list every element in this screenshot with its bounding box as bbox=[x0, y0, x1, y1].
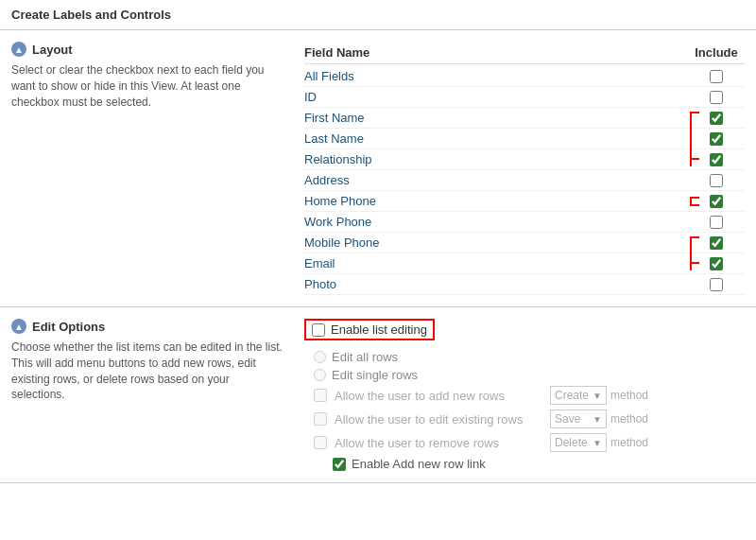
check-first-name bbox=[688, 112, 745, 125]
field-label-address: Address bbox=[304, 173, 350, 187]
layout-collapse-icon[interactable]: ▲ bbox=[11, 42, 26, 57]
check-id bbox=[688, 91, 745, 104]
remove-method-text: method bbox=[610, 436, 648, 449]
include-header: Include bbox=[688, 45, 745, 60]
field-row-id: ID bbox=[304, 87, 745, 108]
radio-edit-all-rows: Edit all rows bbox=[304, 350, 745, 364]
field-row-last-name: Last Name bbox=[304, 129, 745, 149]
checkbox-email[interactable] bbox=[710, 257, 723, 270]
checkbox-mobile-phone[interactable] bbox=[710, 236, 723, 250]
field-label-photo: Photo bbox=[304, 277, 336, 291]
layout-fields: Field Name Include All Fields ID First N… bbox=[304, 42, 745, 295]
radio-edit-single-rows: Edit single rows bbox=[304, 368, 745, 382]
edit-options-section: ▲ Edit Options Choose whether the list i… bbox=[0, 307, 756, 483]
edit-title: Edit Options bbox=[32, 320, 105, 334]
field-label-home-phone: Home Phone bbox=[304, 194, 376, 208]
edit-desc: Choose whether the list items can be edi… bbox=[11, 340, 285, 403]
check-work-phone bbox=[688, 216, 745, 229]
checkbox-remove-rows[interactable] bbox=[314, 436, 327, 449]
radio-all-rows-label: Edit all rows bbox=[332, 350, 398, 364]
radio-all-rows[interactable] bbox=[314, 351, 326, 363]
layout-section: ▲ Layout Select or clear the checkbox ne… bbox=[0, 30, 756, 307]
add-method-dropdown[interactable]: Create ▼ bbox=[550, 386, 607, 405]
check-photo bbox=[688, 278, 745, 291]
edit-method-text: method bbox=[610, 412, 648, 426]
field-row-email: Email bbox=[304, 253, 745, 274]
check-mobile-phone bbox=[688, 236, 745, 250]
add-method-text: method bbox=[610, 389, 648, 402]
enable-add-link-label: Enable Add new row link bbox=[352, 457, 486, 471]
checkbox-work-phone[interactable] bbox=[710, 216, 723, 229]
remove-rows-label: Allow the user to remove rows bbox=[335, 436, 542, 450]
enable-editing-checkbox[interactable] bbox=[312, 323, 325, 337]
field-label-first-name: First Name bbox=[304, 111, 365, 125]
check-last-name bbox=[688, 132, 745, 146]
edit-method-dropdown[interactable]: Save ▼ bbox=[550, 409, 607, 428]
checkbox-first-name[interactable] bbox=[710, 112, 723, 125]
radio-single-rows[interactable] bbox=[314, 369, 326, 381]
fields-header: Field Name Include bbox=[304, 42, 745, 64]
field-row-mobile-phone: Mobile Phone bbox=[304, 233, 745, 253]
field-label-mobile-phone: Mobile Phone bbox=[304, 235, 380, 250]
option-add-new-rows: Allow the user to add new rows Create ▼ … bbox=[304, 386, 745, 405]
enable-editing-wrapper: Enable list editing bbox=[304, 319, 745, 340]
field-label-id: ID bbox=[304, 90, 317, 104]
add-method-select: Create ▼ method bbox=[550, 386, 648, 405]
field-row-address: Address bbox=[304, 170, 745, 191]
layout-title-row: ▲ Layout bbox=[11, 42, 285, 57]
edit-title-row: ▲ Edit Options bbox=[11, 319, 285, 334]
field-label-last-name: Last Name bbox=[304, 131, 364, 146]
field-row-relationship: Relationship bbox=[304, 149, 745, 170]
option-remove-rows: Allow the user to remove rows Delete ▼ m… bbox=[304, 433, 745, 452]
checkbox-photo[interactable] bbox=[710, 278, 723, 291]
field-row-all-fields: All Fields bbox=[304, 66, 745, 87]
panel-header: Create Labels and Controls bbox=[0, 0, 756, 30]
edit-options-content: Enable list editing Edit all rows Edit s… bbox=[304, 319, 745, 471]
remove-method-arrow: ▼ bbox=[593, 438, 602, 448]
check-home-phone bbox=[688, 195, 745, 208]
add-method-arrow: ▼ bbox=[593, 391, 602, 401]
radio-single-rows-label: Edit single rows bbox=[332, 368, 418, 382]
checkbox-address[interactable] bbox=[710, 174, 723, 187]
checkbox-enable-add-link[interactable] bbox=[333, 458, 346, 471]
checkbox-add-new-rows[interactable] bbox=[314, 389, 327, 402]
checkbox-relationship[interactable] bbox=[710, 153, 723, 166]
option-edit-existing-rows: Allow the user to edit existing rows Sav… bbox=[304, 409, 745, 428]
check-all-fields bbox=[688, 70, 745, 83]
check-email bbox=[688, 257, 745, 270]
layout-desc: Select or clear the checkbox next to eac… bbox=[11, 62, 285, 110]
enable-editing-label: Enable list editing bbox=[331, 322, 427, 337]
remove-method-select: Delete ▼ method bbox=[550, 433, 648, 452]
checkbox-all-fields[interactable] bbox=[710, 70, 723, 83]
field-label-work-phone: Work Phone bbox=[304, 215, 371, 229]
edit-collapse-icon[interactable]: ▲ bbox=[11, 319, 26, 334]
field-name-header: Field Name bbox=[304, 45, 369, 60]
panel-title: Create Labels and Controls bbox=[11, 8, 171, 22]
field-row-photo: Photo bbox=[304, 274, 745, 295]
field-label-relationship: Relationship bbox=[304, 152, 372, 166]
edit-method-arrow: ▼ bbox=[593, 414, 602, 425]
layout-title: Layout bbox=[32, 43, 73, 57]
field-label-all-fields: All Fields bbox=[304, 69, 354, 83]
checkbox-id[interactable] bbox=[710, 91, 723, 104]
field-row-work-phone: Work Phone bbox=[304, 212, 745, 233]
field-row-home-phone: Home Phone bbox=[304, 191, 745, 212]
add-new-rows-label: Allow the user to add new rows bbox=[335, 389, 542, 403]
field-label-email: Email bbox=[304, 256, 335, 270]
edit-options-left: ▲ Edit Options Choose whether the list i… bbox=[11, 319, 285, 471]
check-relationship bbox=[688, 153, 745, 166]
checkbox-home-phone[interactable] bbox=[710, 195, 723, 208]
checkbox-last-name[interactable] bbox=[710, 132, 723, 146]
edit-method-select: Save ▼ method bbox=[550, 409, 648, 428]
field-row-first-name: First Name bbox=[304, 108, 745, 129]
checkbox-edit-existing-rows[interactable] bbox=[314, 412, 327, 426]
remove-method-dropdown[interactable]: Delete ▼ bbox=[550, 433, 607, 452]
enable-editing-group: Enable list editing bbox=[304, 319, 435, 340]
edit-existing-rows-label: Allow the user to edit existing rows bbox=[335, 412, 542, 427]
check-address bbox=[688, 174, 745, 187]
layout-left: ▲ Layout Select or clear the checkbox ne… bbox=[11, 42, 285, 295]
enable-add-new-row: Enable Add new row link bbox=[304, 457, 745, 471]
